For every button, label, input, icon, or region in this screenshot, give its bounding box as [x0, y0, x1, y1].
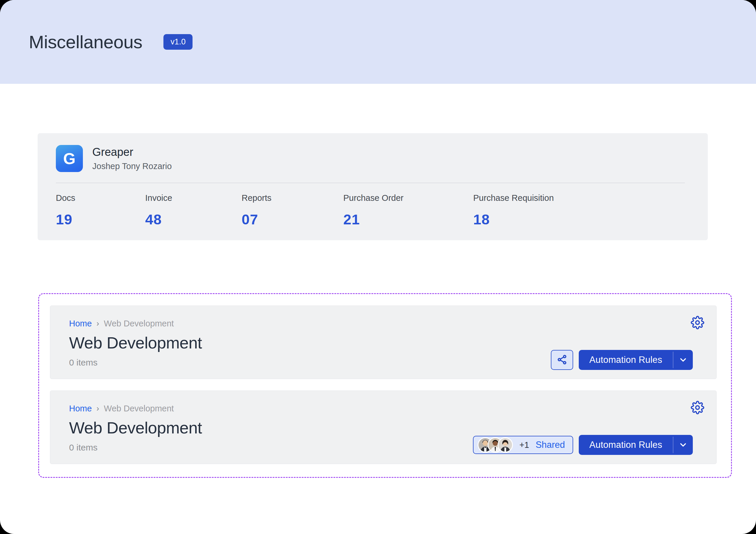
- shared-label: Shared: [535, 439, 565, 450]
- stat-value: 18: [473, 211, 685, 228]
- page-title: Miscellaneous: [29, 32, 142, 52]
- stats-row: Docs 19 Invoice 48 Reports 07 Purchase O…: [56, 193, 685, 228]
- settings-button[interactable]: [690, 316, 705, 330]
- version-badge: v1.0: [163, 34, 193, 50]
- stat-value: 07: [242, 211, 343, 228]
- stat-purchase-requisition: Purchase Requisition 18: [473, 193, 685, 228]
- highlighted-region: Home › Web Development Web Development 0…: [38, 293, 732, 478]
- automation-rules-label: Automation Rules: [579, 435, 673, 455]
- page-header: Miscellaneous v1.0: [0, 0, 756, 84]
- stat-purchase-order: Purchase Order 21: [343, 193, 473, 228]
- panel-actions: Automation Rules: [551, 350, 693, 370]
- chevron-right-icon: ›: [96, 404, 99, 413]
- stat-reports: Reports 07: [242, 193, 343, 228]
- breadcrumb-current: Web Development: [104, 404, 174, 413]
- settings-button[interactable]: [690, 401, 705, 415]
- automation-rules-button[interactable]: Automation Rules: [579, 350, 693, 370]
- breadcrumb-home-link[interactable]: Home: [69, 404, 92, 413]
- folder-title: Web Development: [69, 418, 716, 437]
- share-icon: [557, 354, 567, 366]
- avatar: [498, 437, 513, 453]
- folder-panel-1: Home › Web Development Web Development 0…: [50, 305, 716, 379]
- stat-label: Invoice: [145, 193, 242, 203]
- gear-icon: [691, 316, 704, 330]
- breadcrumb-current: Web Development: [104, 319, 174, 328]
- chevron-down-icon[interactable]: [673, 350, 693, 370]
- owner-name: Joshep Tony Rozario: [92, 161, 172, 171]
- stat-label: Purchase Order: [343, 193, 473, 203]
- share-button[interactable]: [551, 350, 573, 370]
- breadcrumb-home-link[interactable]: Home: [69, 319, 92, 328]
- stat-label: Reports: [242, 193, 343, 203]
- stat-label: Docs: [56, 193, 145, 203]
- company-logo: G: [56, 145, 83, 172]
- automation-rules-button[interactable]: Automation Rules: [579, 435, 693, 455]
- company-name: Greaper: [92, 146, 172, 158]
- app-window: Miscellaneous v1.0 G Greaper Joshep Tony…: [0, 0, 756, 534]
- folder-title: Web Development: [69, 333, 716, 352]
- stat-docs: Docs 19: [56, 193, 145, 228]
- stat-value: 48: [145, 211, 242, 228]
- chevron-right-icon: ›: [96, 319, 99, 328]
- avatar-stack: [478, 437, 513, 453]
- shared-members-pill[interactable]: +1 Shared: [473, 436, 573, 454]
- workspace-card: G Greaper Joshep Tony Rozario Docs 19 In…: [38, 133, 708, 240]
- breadcrumb: Home › Web Development: [69, 404, 716, 413]
- panel-actions: +1 Shared Automation Rules: [473, 435, 693, 455]
- breadcrumb: Home › Web Development: [69, 319, 716, 328]
- overflow-count: +1: [519, 440, 529, 450]
- chevron-down-icon[interactable]: [673, 435, 693, 455]
- stat-value: 19: [56, 211, 145, 228]
- automation-rules-label: Automation Rules: [579, 350, 673, 370]
- folder-panel-2: Home › Web Development Web Development 0…: [50, 390, 716, 464]
- stat-invoice: Invoice 48: [145, 193, 242, 228]
- gear-icon: [691, 401, 704, 415]
- stat-label: Purchase Requisition: [473, 193, 685, 203]
- stat-value: 21: [343, 211, 473, 228]
- card-divider: [56, 183, 685, 183]
